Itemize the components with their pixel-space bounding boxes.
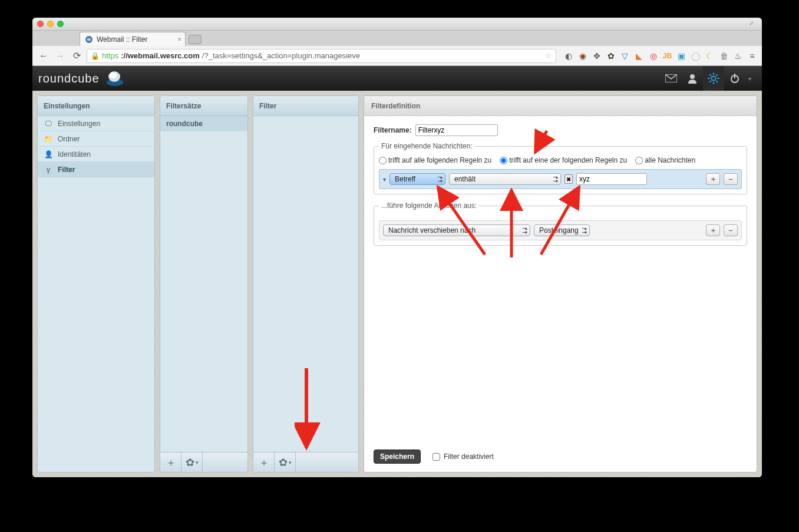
person-icon: 👤 <box>44 150 53 158</box>
ext-icon[interactable]: ▣ <box>676 51 686 61</box>
content-area: Einstellungen 🖵 Einstellungen 📁 Ordner 👤… <box>32 91 762 477</box>
settings-item-label: Ordner <box>58 135 80 143</box>
filter-gear-button[interactable]: ✿▾ <box>275 452 296 472</box>
mail-icon[interactable] <box>661 66 682 91</box>
ext-icon[interactable]: ☾ <box>705 51 715 61</box>
radio-all[interactable]: trifft auf alle folgenden Regeln zu <box>379 156 491 164</box>
user-icon[interactable] <box>682 66 703 91</box>
save-button[interactable]: Speichern <box>374 450 421 464</box>
ext-icon[interactable]: 🗑 <box>719 51 729 61</box>
settings-panel: Einstellungen 🖵 Einstellungen 📁 Ordner 👤… <box>37 95 155 472</box>
rules-legend: Für eingehende Nachrichten: <box>379 142 475 150</box>
ext-icon[interactable]: JB <box>662 51 672 61</box>
rule-clear-icon[interactable]: ✖ <box>564 174 573 184</box>
svg-rect-1 <box>87 38 91 41</box>
radio-any[interactable]: trifft auf eine der folgenden Regeln zu <box>500 156 627 164</box>
svg-line-13 <box>716 81 718 82</box>
rule-header-value: Betreff <box>395 175 415 183</box>
folder-icon: 📁 <box>44 135 53 143</box>
menu-icon[interactable]: ≡ <box>747 51 757 61</box>
tab-title: Webmail :: Filter <box>97 35 147 44</box>
filter-form: Filtername: Für eingehende Nachrichten: … <box>364 116 757 472</box>
rules-radio-row: trifft auf alle folgenden Regeln zu trif… <box>379 156 742 164</box>
ext-icon[interactable]: ✥ <box>592 51 602 61</box>
ext-icon[interactable]: ◉ <box>577 51 587 61</box>
filter-name-label: Filtername: <box>374 126 412 134</box>
filter-name-row: Filtername: <box>374 124 747 136</box>
radio-every-label: alle Nachrichten <box>645 156 695 164</box>
bookmark-star-icon[interactable]: ☆ <box>545 51 552 60</box>
rule-row: ▾ Betreff ▴▾ enthält ▴▾ ✖ ＋ − <box>379 169 742 189</box>
address-bar[interactable]: 🔒 https://webmail.wesrc.com/?_task=setti… <box>87 49 556 63</box>
ext-icon[interactable]: ♨ <box>733 51 743 61</box>
rule-remove-button[interactable]: − <box>724 173 738 185</box>
settings-item-folders[interactable]: 📁 Ordner <box>38 131 154 147</box>
rule-expand-icon[interactable]: ▾ <box>383 176 386 183</box>
window-minimize-button[interactable] <box>47 21 54 27</box>
filters-footer: ＋ ✿▾ <box>253 452 358 472</box>
rule-add-button[interactable]: ＋ <box>706 173 720 185</box>
settings-panel-header: Einstellungen <box>38 96 154 116</box>
filter-disabled-checkbox[interactable]: Filter deaktiviert <box>432 452 494 461</box>
actions-fieldset: ...führe folgende Aktionen aus: Nachrich… <box>374 201 747 246</box>
settings-item-label: Einstellungen <box>58 120 100 128</box>
extension-icons: ◐ ◉ ✥ ✿ ▽ ◣ ◎ JB ▣ ◯ ☾ 🗑 ♨ ≡ <box>560 51 757 61</box>
settings-list: 🖵 Einstellungen 📁 Ordner 👤 Identitäten γ… <box>38 116 154 472</box>
filtersets-footer: ＋ ✿▾ <box>160 452 247 472</box>
radio-any-label: trifft auf eine der folgenden Regeln zu <box>509 156 627 164</box>
settings-icon[interactable] <box>703 66 724 91</box>
ext-icon[interactable]: ◎ <box>648 51 658 61</box>
svg-point-6 <box>690 74 695 79</box>
radio-every-input[interactable] <box>635 157 643 164</box>
radio-any-input[interactable] <box>500 157 507 164</box>
ext-icon[interactable]: ✿ <box>606 51 616 61</box>
rule-operator-select[interactable]: enthält ▴▾ <box>449 173 561 185</box>
action-type-value: Nachricht verschieben nach <box>388 226 476 234</box>
settings-item-label: Filter <box>58 166 75 174</box>
save-row: Speichern Filter deaktiviert <box>374 450 747 464</box>
add-filter-button[interactable]: ＋ <box>253 452 275 472</box>
action-remove-button[interactable]: − <box>724 224 738 236</box>
filter-disabled-input[interactable] <box>432 453 440 461</box>
action-add-button[interactable]: ＋ <box>706 224 720 236</box>
filtersets-list: roundcube <box>160 116 247 452</box>
filterset-gear-button[interactable]: ✿▾ <box>181 452 203 472</box>
rule-header-select[interactable]: Betreff ▴▾ <box>389 173 445 185</box>
svg-line-12 <box>709 74 711 76</box>
browser-tab[interactable]: Webmail :: Filter × <box>80 32 186 46</box>
settings-item-identities[interactable]: 👤 Identitäten <box>38 147 154 162</box>
url-path: /?_task=settings&_action=plugin.managesi… <box>202 51 360 60</box>
filters-panel: Filter ＋ ✿▾ <box>253 95 359 472</box>
window-close-button[interactable] <box>37 21 44 27</box>
ext-icon[interactable]: ◐ <box>563 51 573 61</box>
new-tab-button[interactable] <box>189 35 202 44</box>
forward-button[interactable]: → <box>54 49 67 62</box>
add-filterset-button[interactable]: ＋ <box>160 452 181 472</box>
filterset-item[interactable]: roundcube <box>160 116 247 131</box>
filter-definition-panel: Filterdefinition Filtername: Für eingehe… <box>364 95 757 472</box>
ext-icon[interactable]: ◣ <box>634 51 644 61</box>
rule-value-input[interactable] <box>576 173 647 185</box>
app-header: roundcube ▾ <box>32 66 762 91</box>
svg-point-7 <box>712 77 716 81</box>
window-zoom-button[interactable] <box>57 21 64 27</box>
dropdown-icon[interactable]: ▾ <box>745 66 754 91</box>
rules-fieldset: Für eingehende Nachrichten: trifft auf a… <box>374 142 747 194</box>
radio-all-input[interactable] <box>379 157 387 164</box>
url-host: ://webmail.wesrc.com <box>121 51 200 60</box>
settings-item-label: Identitäten <box>58 150 91 158</box>
action-target-select[interactable]: Posteingang ▴▾ <box>534 224 590 236</box>
browser-window: ⤢ Webmail :: Filter × ← → ⟳ 🔒 https://we… <box>32 18 762 477</box>
ext-icon[interactable]: ▽ <box>620 51 630 61</box>
back-button[interactable]: ← <box>37 49 50 62</box>
filter-name-input[interactable] <box>415 124 498 136</box>
window-fullscreen-icon[interactable]: ⤢ <box>749 20 757 28</box>
ext-icon[interactable]: ◯ <box>691 51 701 61</box>
tab-close-icon[interactable]: × <box>177 35 181 44</box>
radio-every[interactable]: alle Nachrichten <box>635 156 695 164</box>
reload-button[interactable]: ⟳ <box>70 49 83 62</box>
settings-item-filters[interactable]: γ Filter <box>38 162 154 177</box>
action-type-select[interactable]: Nachricht verschieben nach ▴▾ <box>383 224 530 236</box>
logout-icon[interactable] <box>724 66 745 91</box>
settings-item-preferences[interactable]: 🖵 Einstellungen <box>38 116 154 131</box>
